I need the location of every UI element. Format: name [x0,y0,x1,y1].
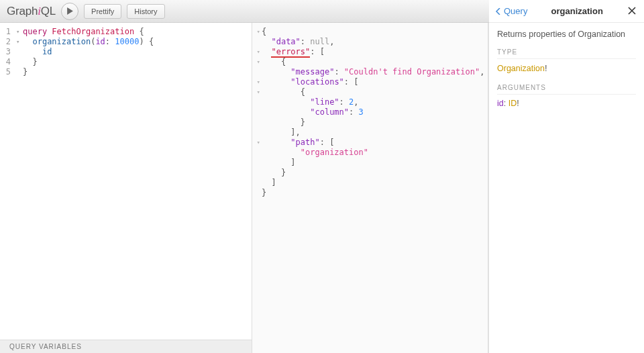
doc-back-button[interactable]: Query [496,6,527,16]
main-body: 12345 ▾▾ query FetchOrganization { organ… [0,23,644,353]
doc-type-row: Organization! [497,63,636,73]
fold-icon[interactable]: ▾ [252,47,262,57]
play-icon [66,7,74,15]
type-link[interactable]: ID [508,99,517,108]
argument-name: id [497,99,504,108]
doc-close-button[interactable] [627,4,637,18]
doc-header: Query organization [489,0,644,23]
result-column: ▾▾▾▾▾▾ { "data": null, "errors": [ { "me… [252,23,488,353]
result-code: { "data": null, "errors": [ { "message":… [262,23,484,353]
query-editor-column: 12345 ▾▾ query FetchOrganization { organ… [0,23,252,353]
query-code[interactable]: query FetchOrganization { organization(i… [23,23,154,340]
doc-section-type: TYPE [497,48,636,59]
fold-icon[interactable]: ▾ [252,87,262,97]
fold-gutter: ▾▾ [16,23,23,340]
query-editor[interactable]: 12345 ▾▾ query FetchOrganization { organ… [0,23,252,340]
fold-icon[interactable]: ▾ [252,77,262,87]
doc-description: Returns properties of Organization [497,30,636,39]
fold-icon[interactable]: ▾ [16,27,23,37]
result-viewer[interactable]: ▾▾▾▾▾▾ { "data": null, "errors": [ { "me… [252,23,488,353]
fold-icon[interactable]: ▾ [252,27,262,37]
type-link[interactable]: Organization [497,64,545,73]
query-variables-toggle[interactable]: QUERY VARIABLES [0,340,252,353]
errors-key: "errors" [271,47,310,58]
prettify-button[interactable]: Prettify [84,4,121,19]
doc-argument-row: id: ID! [497,99,636,108]
doc-title: organization [527,6,627,16]
fold-icon[interactable]: ▾ [252,57,262,67]
history-button[interactable]: History [127,4,164,19]
execute-button[interactable] [61,3,78,20]
fold-icon[interactable]: ▾ [252,138,262,148]
app-logo: GraphiQL [7,5,56,18]
doc-section-arguments: ARGUMENTS [497,84,636,95]
result-fold-gutter: ▾▾▾▾▾▾ [252,23,262,353]
doc-explorer: Query organization Returns properties of… [488,23,644,353]
fold-icon[interactable]: ▾ [16,37,23,47]
line-gutter: 12345 [0,23,16,340]
chevron-left-icon [496,8,501,15]
close-icon [628,7,636,15]
doc-body: Returns properties of Organization TYPE … [489,23,644,115]
